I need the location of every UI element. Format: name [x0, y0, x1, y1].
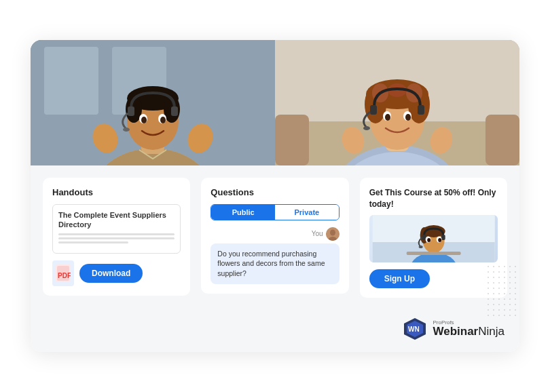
main-container: Handouts The Complete Event Suppliers Di… [31, 40, 519, 353]
svg-point-38 [385, 114, 390, 121]
svg-rect-11 [171, 106, 178, 116]
svg-point-46 [330, 229, 335, 235]
svg-point-57 [418, 246, 422, 248]
brand-name-regular: Ninja [478, 325, 505, 338]
brand-name: WebinarNinja [433, 326, 505, 338]
svg-rect-34 [418, 105, 424, 115]
tab-public[interactable]: Public [211, 205, 275, 220]
svg-point-60 [427, 238, 430, 242]
signup-button[interactable]: Sign Up [369, 269, 430, 288]
pdf-icon: PDF [52, 260, 74, 286]
handout-line-3 [58, 241, 128, 243]
handout-box: The Complete Event Suppliers Directory [52, 204, 181, 254]
video-section [31, 40, 519, 165]
handouts-title: Handouts [52, 187, 181, 197]
svg-rect-33 [370, 105, 377, 115]
tab-row: Public Private [210, 204, 339, 220]
svg-point-61 [438, 238, 441, 242]
question-bubble: Do you recommend purchasing flowers and … [210, 243, 339, 284]
handout-line-1 [58, 233, 175, 235]
panels-row: Handouts The Complete Event Suppliers Di… [31, 165, 519, 311]
brand-text: ProProfs WebinarNinja [433, 320, 505, 338]
video-right [275, 40, 519, 165]
svg-rect-1 [44, 47, 98, 115]
video-left [31, 40, 275, 165]
handouts-panel: Handouts The Complete Event Suppliers Di… [43, 178, 190, 296]
svg-point-12 [123, 128, 130, 132]
tab-private[interactable]: Private [275, 205, 339, 220]
you-label: You [312, 230, 323, 237]
course-image [369, 215, 498, 262]
question-text: Do you recommend purchasing flowers and … [217, 250, 325, 277]
svg-text:WN: WN [408, 326, 420, 333]
questions-panel: Questions Public Private You Do you reco… [201, 178, 348, 294]
avatar [326, 227, 340, 241]
course-title: Get This Course at 50% off! Only today! [369, 187, 498, 210]
svg-point-16 [160, 117, 166, 123]
handout-line-2 [58, 237, 175, 239]
download-button[interactable]: Download [79, 264, 143, 283]
brand-name-bold: Webinar [433, 325, 478, 338]
question-meta: You [210, 227, 339, 241]
svg-rect-62 [406, 252, 460, 255]
handout-footer: PDF Download [52, 260, 181, 286]
svg-rect-21 [275, 115, 309, 165]
footer: WN ProProfs WebinarNinja [31, 310, 519, 352]
svg-point-35 [363, 126, 370, 130]
handout-lines [58, 233, 175, 243]
svg-rect-22 [485, 115, 519, 165]
webinarninja-icon: WN [403, 317, 427, 341]
svg-point-39 [405, 114, 411, 121]
svg-rect-10 [128, 106, 134, 116]
questions-title: Questions [210, 187, 339, 197]
course-panel: Get This Course at 50% off! Only today! [360, 178, 507, 298]
handout-document-title: The Complete Event Suppliers Directory [58, 210, 175, 230]
svg-point-15 [141, 117, 147, 123]
brand-logo: WN ProProfs WebinarNinja [403, 317, 505, 341]
svg-text:PDF: PDF [58, 272, 71, 279]
